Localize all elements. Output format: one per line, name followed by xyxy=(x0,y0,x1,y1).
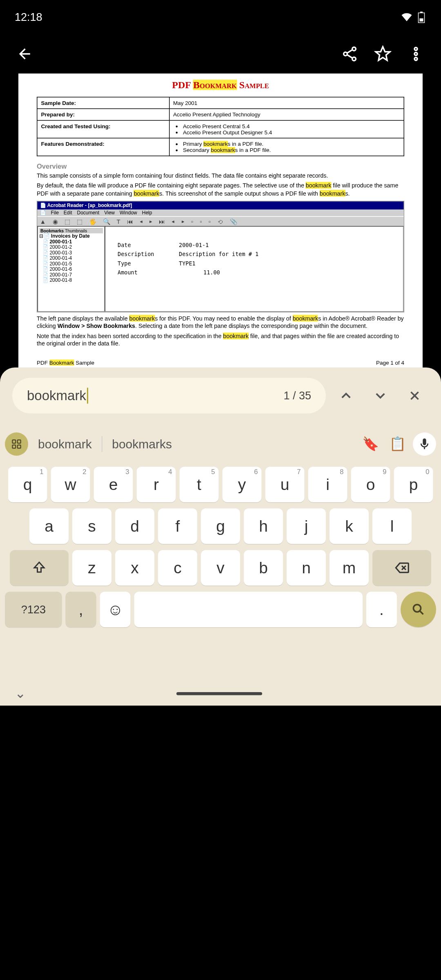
shift-key[interactable] xyxy=(10,550,69,586)
key-k[interactable]: k xyxy=(330,508,369,544)
key-q[interactable]: q1 xyxy=(8,467,47,502)
status-bar: 12:18 xyxy=(0,0,441,34)
bookmark-ribbon-icon[interactable]: 🔖 xyxy=(359,432,382,456)
clipboard-icon[interactable]: 📋 xyxy=(386,432,409,456)
keyboard-collapse-icon[interactable]: ⌄ xyxy=(15,686,26,702)
find-bar: bookmark 1 / 35 xyxy=(0,368,441,424)
key-n[interactable]: n xyxy=(287,550,326,586)
wifi-icon xyxy=(401,11,413,23)
back-button[interactable] xyxy=(12,41,38,67)
key-l[interactable]: l xyxy=(372,508,412,544)
para: Note that the index has been sorted acco… xyxy=(37,332,404,347)
search-field[interactable]: bookmark 1 / 35 xyxy=(12,378,326,414)
svg-rect-12 xyxy=(18,445,21,448)
close-find-button[interactable] xyxy=(401,382,429,410)
svg-point-8 xyxy=(414,58,417,60)
key-a[interactable]: a xyxy=(29,508,69,544)
find-prev-button[interactable] xyxy=(332,382,360,410)
key-y[interactable]: y6 xyxy=(223,467,262,502)
key-o[interactable]: o9 xyxy=(351,467,390,502)
key-i[interactable]: i8 xyxy=(308,467,347,502)
key-x[interactable]: x xyxy=(115,550,154,586)
key-m[interactable]: m xyxy=(330,550,369,586)
key-w[interactable]: w2 xyxy=(51,467,90,502)
info-table: Sample Date:May 2001 Prepared by:Accelio… xyxy=(37,97,404,156)
key-g[interactable]: g xyxy=(201,508,240,544)
key-j[interactable]: j xyxy=(287,508,326,544)
search-count: 1 / 35 xyxy=(283,389,311,402)
keyboard: bookmark bookmarks 🔖 📋 q1w2e3r4t5y6u7i8o… xyxy=(0,424,441,681)
emoji-key[interactable]: ☺ xyxy=(100,592,131,627)
suggestion[interactable]: bookmark xyxy=(32,437,98,451)
key-p[interactable]: p0 xyxy=(394,467,433,502)
key-d[interactable]: d xyxy=(115,508,154,544)
key-f[interactable]: f xyxy=(158,508,197,544)
key-v[interactable]: v xyxy=(201,550,240,586)
period-key[interactable]: . xyxy=(366,592,397,627)
key-u[interactable]: u7 xyxy=(265,467,305,502)
svg-point-13 xyxy=(414,605,421,612)
svg-rect-11 xyxy=(12,445,16,448)
doc-title: PDF Bookmark Sample xyxy=(37,80,404,91)
key-t[interactable]: t5 xyxy=(180,467,219,502)
apps-grid-icon[interactable] xyxy=(5,432,28,456)
key-z[interactable]: z xyxy=(72,550,111,586)
document-viewport[interactable]: PDF Bookmark Sample Sample Date:May 2001… xyxy=(0,74,441,368)
backspace-key[interactable] xyxy=(372,550,431,586)
key-e[interactable]: e3 xyxy=(94,467,133,502)
key-r[interactable]: r4 xyxy=(137,467,176,502)
suggestion-row: bookmark bookmarks 🔖 📋 xyxy=(2,428,439,461)
page-footer: PDF Bookmark Sample Page 1 of 4 xyxy=(37,360,404,366)
battery-icon xyxy=(416,11,426,23)
share-button[interactable] xyxy=(337,41,363,67)
nav-bar: ⌄ xyxy=(0,681,441,706)
search-query: bookmark xyxy=(27,388,88,404)
app-bar xyxy=(0,34,441,74)
svg-rect-1 xyxy=(420,12,423,13)
svg-rect-10 xyxy=(18,440,21,443)
pdf-page: PDF Bookmark Sample Sample Date:May 2001… xyxy=(18,74,423,368)
star-button[interactable] xyxy=(370,41,396,67)
svg-point-6 xyxy=(414,47,417,50)
find-next-button[interactable] xyxy=(366,382,394,410)
acrobat-screenshot: 📄 Acrobat Reader - [ap_bookmark.pdf] 📄Fi… xyxy=(37,201,404,312)
home-pill[interactable] xyxy=(176,692,262,695)
para: The left pane displays the available boo… xyxy=(37,315,404,330)
key-c[interactable]: c xyxy=(158,550,197,586)
symbols-key[interactable]: ?123 xyxy=(5,592,62,627)
more-button[interactable] xyxy=(403,41,429,67)
key-h[interactable]: h xyxy=(244,508,283,544)
status-icons xyxy=(401,11,426,23)
space-key[interactable] xyxy=(134,592,363,627)
key-b[interactable]: b xyxy=(244,550,283,586)
para: This sample consists of a simple form co… xyxy=(37,172,404,180)
key-s[interactable]: s xyxy=(72,508,111,544)
svg-rect-2 xyxy=(420,18,423,22)
mic-button[interactable] xyxy=(413,432,436,456)
suggestion[interactable]: bookmarks xyxy=(106,437,178,451)
search-key[interactable] xyxy=(401,592,436,627)
clock: 12:18 xyxy=(15,11,42,24)
svg-point-7 xyxy=(414,53,417,56)
comma-key[interactable]: , xyxy=(66,592,96,627)
para: By default, the data file will produce a… xyxy=(37,182,404,197)
svg-rect-9 xyxy=(12,440,16,443)
section-heading: Overview xyxy=(37,163,404,170)
